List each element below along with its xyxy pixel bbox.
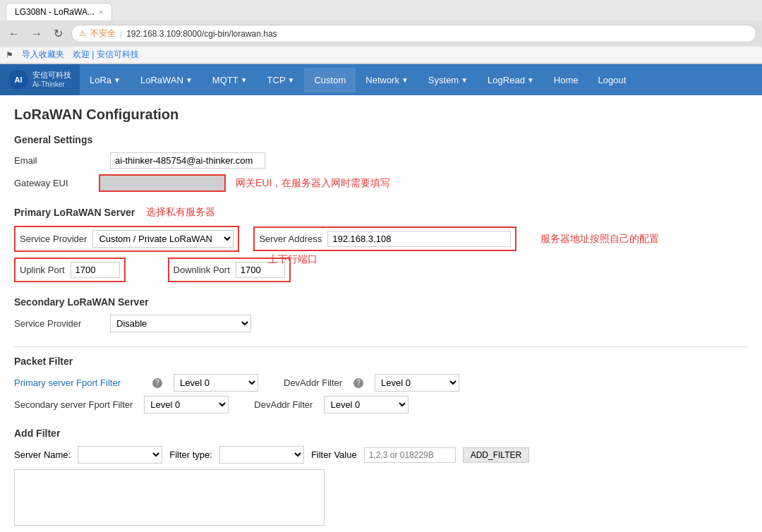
gateway-eui-label: Gateway EUI [14, 178, 99, 188]
secondary-provider-row: Service Provider Disable TTN Custom / Pr… [14, 315, 748, 332]
nav-item-mqtt[interactable]: MQTT ▼ [202, 68, 258, 92]
email-input[interactable] [110, 152, 265, 169]
nav-arrow-tcp: ▼ [288, 76, 295, 84]
nav-arrow-logread: ▼ [527, 76, 534, 84]
add-filter-title: Add Filter [14, 428, 748, 439]
security-label: 不安全 [90, 28, 116, 40]
uplink-port-label: Uplink Port [20, 265, 65, 275]
bookmark-import-label[interactable]: 导入收藏夹 [22, 49, 64, 61]
divider-1 [14, 346, 748, 347]
nav-arrow-network: ▼ [401, 76, 409, 84]
bookmark-ai-thinker[interactable]: 欢迎 | 安信可科技 [73, 49, 139, 61]
secondary-devaddr-select[interactable]: Level 0 Level 1 Level 2 [324, 396, 409, 413]
tab-bar: LG308N - LoRaWA... × [0, 0, 762, 20]
forward-button[interactable]: → [28, 26, 45, 42]
gateway-eui-annotation: 网关EUI，在服务器入网时需要填写 [236, 177, 390, 190]
security-icon: ⚠ [79, 29, 86, 38]
filter-type-label: Filter type: [169, 449, 212, 460]
nav-arrow-system: ▼ [461, 76, 468, 84]
add-filter-section: Add Filter Server Name: Filter type: Fil… [14, 428, 748, 526]
nav-logo: AI 安信可科技 Ai-Thinker [0, 64, 80, 95]
provider-server-row: Service Provider Custom / Private LoRaWA… [14, 226, 748, 252]
email-label: Email [14, 155, 99, 166]
downlink-port-label: Downlink Port [174, 265, 230, 275]
page-title: LoRaWAN Configuration [14, 107, 748, 123]
primary-fport-label: Primary server Fport Filter [14, 377, 141, 388]
port-annotation: 上下行端口 [268, 253, 318, 266]
primary-fport-help-icon[interactable]: ? [152, 378, 162, 388]
service-provider-select[interactable]: Custom / Private LoRaWAN TTN Disable [92, 230, 234, 248]
gateway-eui-input[interactable] [99, 174, 226, 192]
server-name-label: Server Name: [14, 449, 71, 460]
secondary-fport-label: Secondary server Fport Filter [14, 399, 133, 410]
server-address-annotation: 服务器地址按照自己的配置 [540, 233, 659, 246]
secondary-provider-label: Service Provider [14, 318, 99, 329]
nav-item-home[interactable]: Home [544, 68, 588, 92]
nav-item-custom[interactable]: Custom [304, 68, 356, 92]
uplink-port-group: Uplink Port [14, 258, 126, 282]
general-settings-section: General Settings Email Gateway EUI 网关EUI… [14, 134, 748, 192]
browser-chrome: LG308N - LoRaWA... × ← → ↻ ⚠ 不安全 | 192.1… [0, 0, 762, 64]
nav-item-logread[interactable]: LogRead ▼ [478, 68, 544, 92]
secondary-provider-select[interactable]: Disable TTN Custom / Private LoRaWAN [110, 315, 251, 332]
address-bar[interactable]: ⚠ 不安全 | 192.168.3.109:8000/cgi-bin/loraw… [71, 25, 756, 42]
logo-text: 安信可科技 Ai-Thinker [32, 71, 71, 88]
nav-item-logout[interactable]: Logout [588, 68, 636, 92]
secondary-devaddr-label: DevAddr Filter [254, 399, 313, 410]
filter-value-label: Filter Value [311, 449, 357, 460]
service-provider-label: Service Provider [20, 234, 87, 244]
uplink-port-input[interactable] [71, 262, 120, 278]
bookmarks-bar: ⚑ 导入收藏夹 欢迎 | 安信可科技 [0, 47, 762, 64]
nav-arrow-lora: ▼ [114, 76, 121, 84]
server-address-label: Server Address [259, 234, 322, 244]
service-provider-group: Service Provider Custom / Private LoRaWA… [14, 226, 239, 252]
filter-textarea[interactable] [14, 469, 325, 526]
browser-toolbar: ← → ↻ ⚠ 不安全 | 192.168.3.109:8000/cgi-bin… [0, 20, 762, 47]
tab-label: LG308N - LoRaWA... [15, 7, 95, 17]
nav-arrow-lorawan: ▼ [186, 76, 193, 84]
primary-devaddr-label: DevAddr Filter [284, 377, 342, 388]
server-address-input[interactable] [327, 231, 511, 247]
primary-server-section: Primary LoRaWAN Server 选择私有服务器 Service P… [14, 206, 748, 282]
page-content: LoRaWAN Configuration General Settings E… [0, 95, 762, 532]
nav-item-network[interactable]: Network ▼ [356, 68, 418, 92]
secondary-server-title: Secondary LoRaWAN Server [14, 296, 748, 308]
primary-fport-select[interactable]: Level 0 Level 1 Level 2 [174, 374, 258, 392]
email-row: Email [14, 152, 748, 169]
gateway-eui-row: Gateway EUI 网关EUI，在服务器入网时需要填写 [14, 174, 748, 192]
add-filter-row: Server Name: Filter type: Filter Value A… [14, 446, 748, 464]
add-filter-button[interactable]: ADD_FILTER [463, 447, 529, 463]
primary-filter-row: Primary server Fport Filter ? Level 0 Le… [14, 374, 748, 392]
back-button[interactable]: ← [6, 26, 23, 42]
url-text: 192.168.3.109:8000/cgi-bin/lorawan.has [126, 29, 749, 39]
nav-item-system[interactable]: System ▼ [418, 68, 478, 92]
browser-tab[interactable]: LG308N - LoRaWA... × [6, 3, 112, 20]
server-name-select[interactable] [78, 446, 162, 464]
primary-devaddr-help-icon[interactable]: ? [353, 378, 363, 388]
secondary-fport-select[interactable]: Level 0 Level 1 Level 2 [144, 396, 229, 413]
refresh-button[interactable]: ↻ [51, 25, 66, 42]
secondary-server-section: Secondary LoRaWAN Server Service Provide… [14, 296, 748, 332]
tab-close-icon[interactable]: × [99, 8, 103, 16]
filter-type-select[interactable] [219, 446, 304, 464]
primary-server-annotation: 选择私有服务器 [146, 206, 215, 219]
general-settings-title: General Settings [14, 134, 748, 145]
bookmark-import[interactable]: ⚑ [6, 50, 13, 60]
filter-value-input[interactable] [364, 447, 456, 463]
logo-icon: AI [8, 70, 28, 90]
nav-item-tcp[interactable]: TCP ▼ [258, 68, 305, 92]
secondary-filter-row: Secondary server Fport Filter Level 0 Le… [14, 396, 748, 413]
nav-item-lora[interactable]: LoRa ▼ [80, 68, 131, 92]
packet-filter-section: Packet Filter Primary server Fport Filte… [14, 356, 748, 413]
nav-menu: AI 安信可科技 Ai-Thinker LoRa ▼ LoRaWAN ▼ MQT… [0, 64, 762, 95]
nav-arrow-mqtt: ▼ [241, 76, 248, 84]
packet-filter-title: Packet Filter [14, 356, 748, 367]
primary-devaddr-select[interactable]: Level 0 Level 1 Level 2 [375, 374, 459, 392]
server-address-group: Server Address [253, 226, 516, 251]
port-row: Uplink Port Downlink Port 上下行端口 [14, 258, 748, 282]
primary-server-title: Primary LoRaWAN Server [14, 207, 135, 218]
nav-item-lorawan[interactable]: LoRaWAN ▼ [131, 68, 202, 92]
